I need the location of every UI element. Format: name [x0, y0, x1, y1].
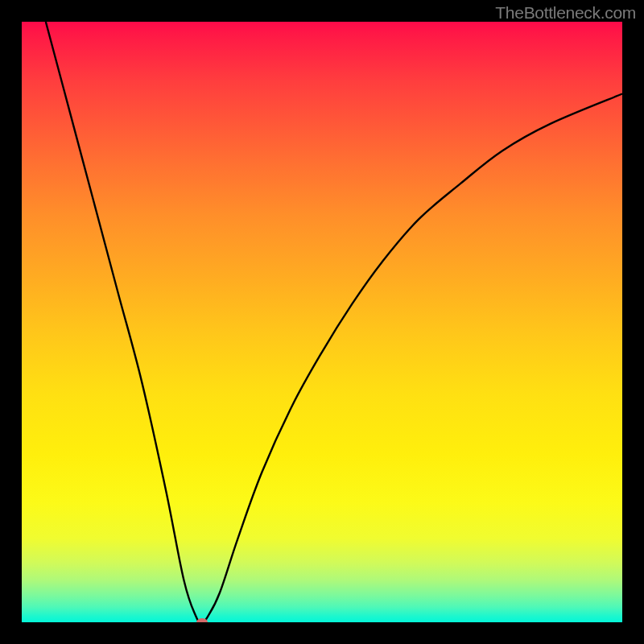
plot-area: [22, 22, 622, 622]
minimum-marker: [196, 618, 208, 622]
bottleneck-curve: [46, 22, 622, 622]
curve-layer: [22, 22, 622, 622]
chart-frame: TheBottleneck.com: [0, 0, 644, 644]
watermark-text: TheBottleneck.com: [495, 3, 636, 23]
